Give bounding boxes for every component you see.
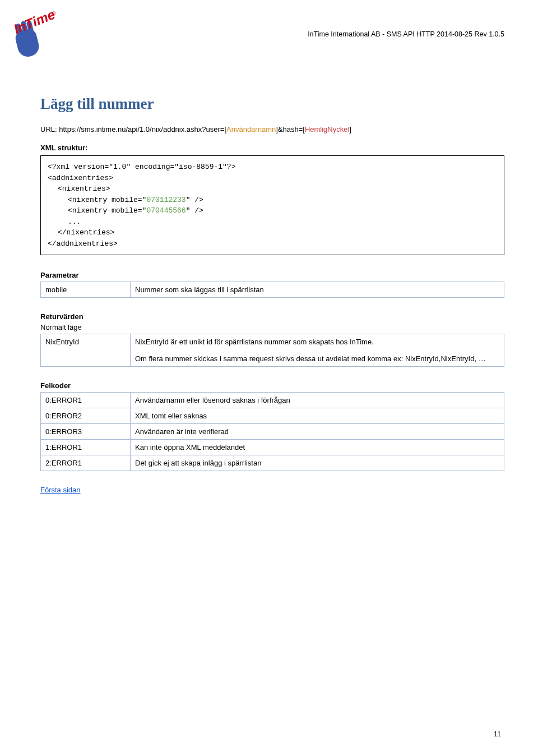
felkoder-heading: Felkoder bbox=[40, 381, 504, 390]
api-url: URL: https://sms.intime.nu/api/1.0/nix/a… bbox=[40, 125, 504, 133]
returvarden-table: NixEntryId NixEntryId är ett unikt id fö… bbox=[40, 334, 504, 367]
code-line: <nixentries> bbox=[48, 183, 497, 195]
code-line: <?xml version="1.0" encoding="iso-8859-1… bbox=[48, 163, 235, 171]
table-row: 0:ERROR3 Användaren är inte verifierad bbox=[41, 424, 504, 440]
xml-struktur-label: XML struktur: bbox=[40, 144, 504, 152]
code-line: <nixentry mobile="070112233" /> bbox=[48, 195, 497, 206]
code-line: <addnixentries> bbox=[48, 174, 113, 182]
error-desc: Användaren är inte verifierad bbox=[131, 424, 504, 440]
code-value: 070112233 bbox=[146, 196, 185, 204]
felkoder-table: 0:ERROR1 Användarnamn eller lösenord sak… bbox=[40, 392, 504, 471]
parametrar-heading: Parametrar bbox=[40, 271, 504, 279]
table-row: 2:ERROR1 Det gick ej att skapa inlägg i … bbox=[41, 455, 504, 471]
url-prefix: URL: https://sms.intime.nu/api/1.0/nix/a… bbox=[40, 125, 226, 133]
logo: InTime ® bbox=[0, 3, 59, 62]
url-user-placeholder: Användarnamn bbox=[226, 125, 276, 133]
param-desc: Nummer som ska läggas till i spärrlistan bbox=[131, 282, 504, 298]
error-code: 2:ERROR1 bbox=[41, 455, 131, 471]
return-desc: NixEntryId är ett unikt id för spärrlist… bbox=[131, 334, 504, 367]
doc-header: InTime International AB - SMS API HTTP 2… bbox=[308, 30, 504, 38]
error-desc: XML tomt eller saknas bbox=[131, 408, 504, 424]
error-desc: Användarnamn eller lösenord saknas i för… bbox=[131, 393, 504, 408]
returvarden-subheading: Normalt läge bbox=[40, 323, 504, 331]
code-line: </addnixentries> bbox=[48, 239, 118, 248]
code-line: <nixentry mobile="070445566" /> bbox=[48, 205, 497, 216]
error-desc: Det gick ej att skapa inlägg i spärrlist… bbox=[131, 455, 504, 471]
error-code: 0:ERROR2 bbox=[41, 408, 131, 424]
first-page-link-wrap: Första sidan bbox=[40, 486, 504, 494]
return-name: NixEntryId bbox=[41, 334, 131, 367]
param-name: mobile bbox=[41, 282, 131, 298]
parametrar-table: mobile Nummer som ska läggas till i spär… bbox=[40, 282, 504, 298]
page-title: Lägg till nummer bbox=[40, 95, 504, 113]
url-hash-placeholder: HemligNyckel bbox=[305, 125, 349, 133]
table-row: 0:ERROR2 XML tomt eller saknas bbox=[41, 408, 504, 424]
code-value: 070445566 bbox=[146, 206, 185, 215]
error-code: 1:ERROR1 bbox=[41, 440, 131, 455]
error-code: 0:ERROR1 bbox=[41, 393, 131, 408]
url-mid: ]&hash=[ bbox=[276, 125, 305, 133]
error-desc: Kan inte öppna XML meddelandet bbox=[131, 440, 504, 455]
code-line: </nixentries> bbox=[48, 227, 497, 238]
table-row: mobile Nummer som ska läggas till i spär… bbox=[41, 282, 504, 298]
error-code: 0:ERROR3 bbox=[41, 424, 131, 440]
code-line: ... bbox=[48, 216, 497, 228]
logo-registered: ® bbox=[52, 11, 55, 17]
xml-code-block: <?xml version="1.0" encoding="iso-8859-1… bbox=[40, 155, 504, 255]
url-suffix: ] bbox=[349, 125, 351, 133]
page-number: 11 bbox=[494, 730, 501, 738]
first-page-link[interactable]: Första sidan bbox=[40, 486, 81, 494]
table-row: 0:ERROR1 Användarnamn eller lösenord sak… bbox=[41, 393, 504, 408]
table-row: 1:ERROR1 Kan inte öppna XML meddelandet bbox=[41, 440, 504, 455]
table-row: NixEntryId NixEntryId är ett unikt id fö… bbox=[41, 334, 504, 367]
returvarden-heading: Returvärden bbox=[40, 312, 504, 321]
